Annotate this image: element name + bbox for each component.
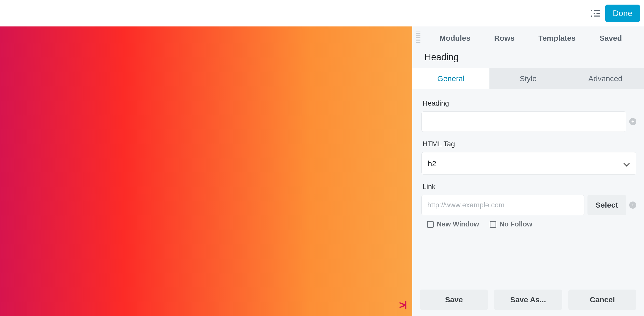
- settings-sub-tabs: General Style Advanced: [412, 68, 644, 89]
- no-follow-checkbox[interactable]: No Follow: [490, 220, 532, 228]
- main-area: >I Modules Rows Templates Saved Heading …: [0, 26, 644, 316]
- subtab-general[interactable]: General: [412, 68, 489, 89]
- module-title: Heading: [412, 50, 644, 68]
- tab-modules[interactable]: Modules: [440, 34, 471, 42]
- subtab-advanced[interactable]: Advanced: [567, 68, 644, 89]
- link-input[interactable]: [421, 195, 584, 215]
- outline-icon[interactable]: [591, 9, 600, 18]
- save-button[interactable]: Save: [420, 290, 488, 310]
- heading-label: Heading: [421, 99, 636, 107]
- subtab-style[interactable]: Style: [489, 68, 567, 89]
- no-follow-label: No Follow: [499, 220, 532, 228]
- html-tag-select[interactable]: h2: [421, 152, 636, 175]
- panel-top-tabs: Modules Rows Templates Saved: [412, 26, 644, 50]
- cancel-button[interactable]: Cancel: [568, 290, 636, 310]
- new-window-checkbox[interactable]: New Window: [427, 220, 479, 228]
- link-select-button[interactable]: Select: [587, 195, 626, 215]
- drag-handle-icon[interactable]: [416, 32, 420, 43]
- tab-templates[interactable]: Templates: [538, 34, 576, 42]
- add-link-connection-icon[interactable]: +: [629, 202, 636, 209]
- field-link: Link Select + New Window No Follow: [421, 183, 636, 228]
- editor-canvas[interactable]: >I: [0, 26, 412, 316]
- save-as-button[interactable]: Save As...: [494, 290, 562, 310]
- tab-rows[interactable]: Rows: [494, 34, 515, 42]
- new-window-label: New Window: [437, 220, 479, 228]
- link-label: Link: [421, 183, 636, 191]
- tab-saved[interactable]: Saved: [599, 34, 622, 42]
- done-button[interactable]: Done: [605, 5, 640, 22]
- html-tag-label: HTML Tag: [421, 140, 636, 148]
- field-html-tag: HTML Tag h2: [421, 140, 636, 175]
- add-connection-icon[interactable]: +: [629, 118, 636, 125]
- form-area: Heading + HTML Tag h2 Link Select: [412, 89, 644, 285]
- settings-panel: Modules Rows Templates Saved Heading Gen…: [412, 26, 644, 316]
- checkbox-icon: [427, 221, 434, 228]
- heading-input[interactable]: [421, 111, 626, 132]
- top-bar: Done: [0, 0, 644, 26]
- checkbox-icon: [490, 221, 496, 228]
- field-heading: Heading +: [421, 99, 636, 132]
- collapse-panel-icon[interactable]: >I: [399, 299, 406, 311]
- panel-footer: Save Save As... Cancel: [412, 285, 644, 316]
